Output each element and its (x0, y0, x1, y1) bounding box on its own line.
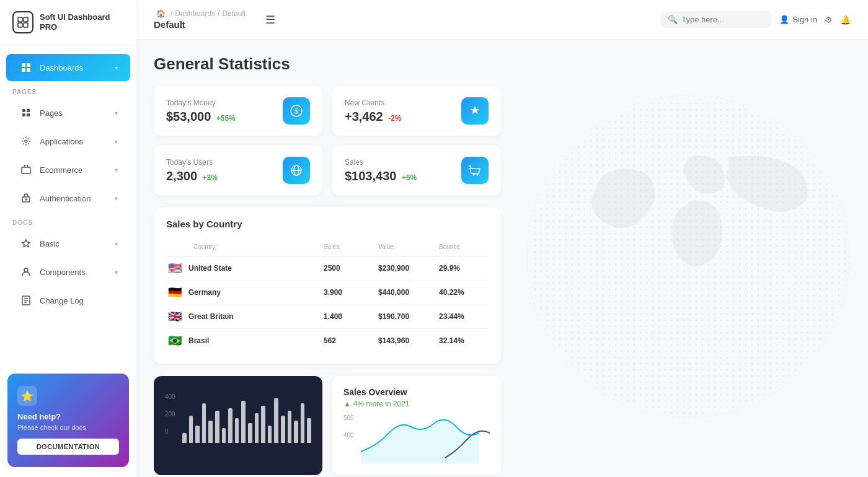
flag-us: 🇺🇸 (166, 262, 184, 274)
changelog-icon (19, 293, 33, 308)
changelog-label: Change Log (40, 296, 118, 305)
stat-change-clients: -2% (388, 114, 401, 123)
ecommerce-icon (19, 162, 33, 177)
stat-label-money: Today's Money (166, 98, 236, 107)
stat-change-users: +3% (203, 173, 218, 182)
bar-chart-bars (165, 387, 311, 443)
sidebar-item-changelog[interactable]: Change Log (6, 287, 130, 314)
svg-rect-1 (24, 17, 28, 22)
breadcrumb-path: 🏠 / Dashboards / Default (154, 9, 246, 18)
svg-rect-8 (22, 109, 25, 112)
svg-rect-5 (27, 63, 30, 67)
stat-icon-clients (461, 97, 489, 125)
bar (182, 433, 187, 443)
stat-card-users: Today's Users 2,300 +3% (154, 146, 322, 195)
svg-rect-2 (18, 23, 22, 27)
stat-value-sales: $103,430 (345, 169, 396, 183)
sidebar-item-components[interactable]: Components ▾ (6, 258, 130, 286)
notifications-icon[interactable]: 🔔 (840, 15, 851, 25)
stat-icon-sales (461, 157, 489, 184)
basic-chevron: ▾ (115, 240, 118, 247)
stat-label-clients: New Clients (345, 98, 402, 107)
globe-decoration (508, 77, 868, 436)
components-chevron: ▾ (115, 269, 118, 276)
signin-button[interactable]: 👤 Sign in (779, 15, 817, 24)
bounce-gb: 23.44% (439, 312, 489, 321)
bar (301, 403, 305, 443)
stats-grid: Today's Money $53,000 +55% $ New Client (154, 86, 501, 195)
breadcrumb-dashboards[interactable]: Dashboards (175, 9, 215, 18)
stat-value-row-sales: $103,430 +5% (345, 169, 417, 183)
country-row-gb: 🇬🇧 Great Britain 1.400 $190,700 23.44% (166, 305, 489, 329)
svg-point-21 (527, 195, 849, 318)
breadcrumb: 🏠 / Dashboards / Default Default (154, 9, 246, 30)
search-input[interactable] (681, 15, 756, 24)
bar (189, 416, 193, 443)
bar (215, 411, 219, 443)
sales-overview-card: Sales Overview ▲ 4% more in 2021 500 400 (332, 376, 501, 475)
country-table: Country: Sales: Value: Bounce: 🇺🇸 (166, 238, 489, 352)
svg-rect-4 (22, 63, 25, 67)
svg-rect-27 (527, 108, 849, 418)
bar (281, 416, 285, 443)
svg-point-26 (530, 98, 846, 414)
stat-label-users: Today's Users (166, 158, 218, 167)
separator-2: / (218, 9, 219, 18)
dashboards-icon (19, 60, 33, 75)
bar (294, 421, 298, 443)
sidebar: Soft UI Dashboard PRO Dashboards ▾ PAGES (0, 0, 136, 477)
sales-us: 2500 (324, 264, 373, 273)
sidebar-item-ecommerce[interactable]: Ecommerce ▾ (6, 156, 130, 183)
signin-label: Sign in (792, 15, 817, 24)
value-br: $143,960 (378, 336, 434, 345)
sales-overview-subtitle: 4% more in 2021 (353, 400, 410, 408)
stat-value-row-users: 2,300 +3% (166, 169, 218, 183)
search-icon: 🔍 (668, 15, 678, 24)
bar (268, 426, 272, 443)
stat-label-sales: Sales (345, 158, 417, 167)
bar (235, 418, 239, 443)
docs-section-label: DOCS (0, 213, 136, 229)
authentication-icon (19, 191, 33, 206)
documentation-button[interactable]: DOCUMENTATION (17, 439, 119, 455)
sidebar-item-authentication[interactable]: Authentication ▾ (6, 185, 130, 212)
svg-point-36 (473, 174, 475, 176)
stat-card-sales: Sales $103,430 +5% (332, 146, 501, 195)
current-page-title: Default (154, 19, 246, 30)
col-header-country: Country: (193, 243, 319, 250)
sidebar-item-basic[interactable]: Basic ▾ (6, 230, 130, 257)
search-box: 🔍 (660, 11, 772, 28)
country-row-de: 🇩🇪 Germany 3.900 $440,000 40.22% (166, 281, 489, 305)
sidebar-item-pages[interactable]: Pages ▾ (6, 99, 130, 126)
svg-point-15 (25, 199, 27, 200)
sales-by-country-card: Sales by Country Country: Sales: Value: (154, 208, 501, 364)
menu-icon[interactable]: ☰ (265, 13, 275, 27)
country-name-gb: Great Britain (188, 312, 319, 321)
sidebar-logo: Soft UI Dashboard PRO (0, 0, 136, 45)
bar (248, 423, 252, 443)
svg-rect-13 (22, 167, 30, 173)
content-area: General Statistics Today's Money $53,000… (136, 40, 868, 477)
applications-icon (19, 134, 33, 149)
sidebar-item-applications[interactable]: Applications ▾ (6, 128, 130, 155)
settings-icon[interactable]: ⚙ (825, 15, 833, 25)
breadcrumb-default[interactable]: Default (222, 9, 246, 18)
svg-rect-30 (530, 98, 846, 414)
stat-icon-money: $ (283, 97, 310, 125)
bar-chart-card: 400 200 0 (154, 376, 322, 475)
sales-overview-chart: 500 400 (343, 414, 490, 464)
components-icon (19, 265, 33, 279)
applications-label: Applications (40, 137, 115, 146)
main-area: 🏠 / Dashboards / Default Default ☰ 🔍 👤 S… (136, 0, 868, 477)
bar (241, 401, 246, 443)
svg-rect-7 (27, 68, 30, 72)
value-gb: $190,700 (378, 312, 434, 321)
ecommerce-chevron: ▾ (115, 167, 118, 173)
sidebar-item-dashboards[interactable]: Dashboards ▾ (6, 54, 130, 81)
authentication-chevron: ▾ (115, 195, 118, 202)
bottom-charts-row: 400 200 0 Sales Overview ▲ 4% more in 20… (154, 376, 501, 475)
bar (274, 398, 278, 443)
bar (288, 411, 292, 443)
svg-point-18 (527, 95, 849, 418)
bar (195, 426, 200, 443)
